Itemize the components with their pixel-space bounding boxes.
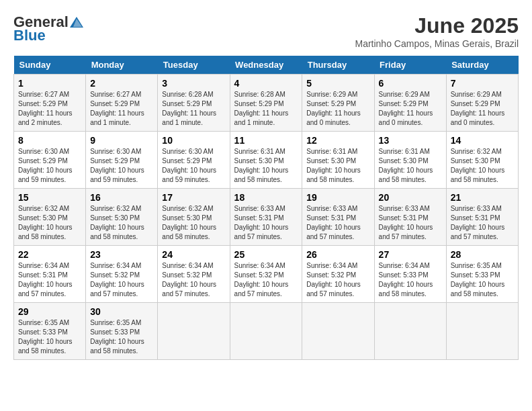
day-info: Sunrise: 6:35 AMSunset: 5:33 PMDaylight:… <box>451 261 514 299</box>
logo: General Blue <box>13 13 85 44</box>
day-info: Sunrise: 6:30 AMSunset: 5:29 PMDaylight:… <box>18 147 81 185</box>
calendar-week-row: 29Sunrise: 6:35 AMSunset: 5:33 PMDayligh… <box>14 303 519 360</box>
calendar-cell: 3Sunrise: 6:28 AMSunset: 5:29 PMDaylight… <box>158 75 230 132</box>
day-info: Sunrise: 6:33 AMSunset: 5:31 PMDaylight:… <box>451 204 514 242</box>
day-number: 21 <box>451 192 514 203</box>
day-info: Sunrise: 6:32 AMSunset: 5:30 PMDaylight:… <box>451 147 514 185</box>
day-info: Sunrise: 6:34 AMSunset: 5:31 PMDaylight:… <box>18 261 81 299</box>
day-info: Sunrise: 6:31 AMSunset: 5:30 PMDaylight:… <box>234 147 298 185</box>
month-title: June 2025 <box>355 13 519 38</box>
calendar-cell <box>302 303 374 360</box>
day-number: 1 <box>18 78 81 89</box>
day-info: Sunrise: 6:34 AMSunset: 5:32 PMDaylight:… <box>306 261 369 299</box>
calendar-week-row: 8Sunrise: 6:30 AMSunset: 5:29 PMDaylight… <box>14 132 519 189</box>
calendar-cell: 4Sunrise: 6:28 AMSunset: 5:29 PMDaylight… <box>230 75 302 132</box>
day-info: Sunrise: 6:32 AMSunset: 5:30 PMDaylight:… <box>90 204 153 242</box>
calendar-table: Sunday Monday Tuesday Wednesday Thursday… <box>13 56 519 360</box>
calendar-cell: 2Sunrise: 6:27 AMSunset: 5:29 PMDaylight… <box>86 75 158 132</box>
calendar-week-row: 1Sunrise: 6:27 AMSunset: 5:29 PMDaylight… <box>14 75 519 132</box>
day-number: 28 <box>451 249 514 260</box>
day-number: 3 <box>162 78 225 89</box>
header-tuesday: Tuesday <box>158 56 230 75</box>
calendar-cell: 27Sunrise: 6:34 AMSunset: 5:33 PMDayligh… <box>374 246 446 303</box>
day-info: Sunrise: 6:29 AMSunset: 5:29 PMDaylight:… <box>306 90 369 128</box>
day-info: Sunrise: 6:30 AMSunset: 5:29 PMDaylight:… <box>162 147 225 185</box>
logo-blue-text: Blue <box>13 27 46 44</box>
page-header: General Blue June 2025 Martinho Campos, … <box>13 13 519 49</box>
day-number: 30 <box>90 306 153 317</box>
day-info: Sunrise: 6:34 AMSunset: 5:33 PMDaylight:… <box>379 261 442 299</box>
header-monday: Monday <box>86 56 158 75</box>
calendar-cell: 10Sunrise: 6:30 AMSunset: 5:29 PMDayligh… <box>158 132 230 189</box>
calendar-cell: 26Sunrise: 6:34 AMSunset: 5:32 PMDayligh… <box>302 246 374 303</box>
day-number: 7 <box>451 78 514 89</box>
calendar-cell: 13Sunrise: 6:31 AMSunset: 5:30 PMDayligh… <box>374 132 446 189</box>
calendar-cell: 5Sunrise: 6:29 AMSunset: 5:29 PMDaylight… <box>302 75 374 132</box>
calendar-cell: 7Sunrise: 6:29 AMSunset: 5:29 PMDaylight… <box>446 75 518 132</box>
day-number: 8 <box>18 135 81 146</box>
day-info: Sunrise: 6:27 AMSunset: 5:29 PMDaylight:… <box>90 90 153 128</box>
day-info: Sunrise: 6:27 AMSunset: 5:29 PMDaylight:… <box>18 90 81 128</box>
calendar-week-row: 15Sunrise: 6:32 AMSunset: 5:30 PMDayligh… <box>14 189 519 246</box>
calendar-cell: 28Sunrise: 6:35 AMSunset: 5:33 PMDayligh… <box>446 246 518 303</box>
calendar-week-row: 22Sunrise: 6:34 AMSunset: 5:31 PMDayligh… <box>14 246 519 303</box>
calendar-cell <box>230 303 302 360</box>
day-number: 24 <box>162 249 225 260</box>
day-number: 26 <box>306 249 369 260</box>
calendar-cell: 30Sunrise: 6:35 AMSunset: 5:33 PMDayligh… <box>86 303 158 360</box>
day-info: Sunrise: 6:28 AMSunset: 5:29 PMDaylight:… <box>162 90 225 128</box>
location-title: Martinho Campos, Minas Gerais, Brazil <box>355 38 519 49</box>
calendar-cell: 12Sunrise: 6:31 AMSunset: 5:30 PMDayligh… <box>302 132 374 189</box>
day-info: Sunrise: 6:32 AMSunset: 5:30 PMDaylight:… <box>18 204 81 242</box>
calendar-cell <box>158 303 230 360</box>
day-info: Sunrise: 6:33 AMSunset: 5:31 PMDaylight:… <box>234 204 298 242</box>
day-info: Sunrise: 6:35 AMSunset: 5:33 PMDaylight:… <box>18 318 81 356</box>
day-info: Sunrise: 6:30 AMSunset: 5:29 PMDaylight:… <box>90 147 153 185</box>
day-info: Sunrise: 6:29 AMSunset: 5:29 PMDaylight:… <box>451 90 514 128</box>
calendar-cell: 20Sunrise: 6:33 AMSunset: 5:31 PMDayligh… <box>374 189 446 246</box>
day-info: Sunrise: 6:33 AMSunset: 5:31 PMDaylight:… <box>306 204 369 242</box>
calendar-cell: 18Sunrise: 6:33 AMSunset: 5:31 PMDayligh… <box>230 189 302 246</box>
calendar-cell: 8Sunrise: 6:30 AMSunset: 5:29 PMDaylight… <box>14 132 86 189</box>
header-friday: Friday <box>374 56 446 75</box>
day-info: Sunrise: 6:32 AMSunset: 5:30 PMDaylight:… <box>162 204 225 242</box>
calendar-cell: 24Sunrise: 6:34 AMSunset: 5:32 PMDayligh… <box>158 246 230 303</box>
calendar-cell: 19Sunrise: 6:33 AMSunset: 5:31 PMDayligh… <box>302 189 374 246</box>
day-number: 10 <box>162 135 225 146</box>
day-number: 20 <box>379 192 442 203</box>
calendar-cell: 25Sunrise: 6:34 AMSunset: 5:32 PMDayligh… <box>230 246 302 303</box>
calendar-cell: 17Sunrise: 6:32 AMSunset: 5:30 PMDayligh… <box>158 189 230 246</box>
day-info: Sunrise: 6:35 AMSunset: 5:33 PMDaylight:… <box>90 318 153 356</box>
day-number: 19 <box>306 192 369 203</box>
day-number: 14 <box>451 135 514 146</box>
day-info: Sunrise: 6:33 AMSunset: 5:31 PMDaylight:… <box>379 204 442 242</box>
calendar-cell: 22Sunrise: 6:34 AMSunset: 5:31 PMDayligh… <box>14 246 86 303</box>
day-number: 22 <box>18 249 81 260</box>
day-info: Sunrise: 6:31 AMSunset: 5:30 PMDaylight:… <box>379 147 442 185</box>
day-info: Sunrise: 6:34 AMSunset: 5:32 PMDaylight:… <box>162 261 225 299</box>
calendar-cell <box>446 303 518 360</box>
day-number: 2 <box>90 78 153 89</box>
day-info: Sunrise: 6:34 AMSunset: 5:32 PMDaylight:… <box>90 261 153 299</box>
header-wednesday: Wednesday <box>230 56 302 75</box>
day-info: Sunrise: 6:34 AMSunset: 5:32 PMDaylight:… <box>234 261 298 299</box>
day-number: 6 <box>379 78 442 89</box>
logo-icon <box>70 17 83 28</box>
header-saturday: Saturday <box>446 56 518 75</box>
calendar-cell: 23Sunrise: 6:34 AMSunset: 5:32 PMDayligh… <box>86 246 158 303</box>
day-info: Sunrise: 6:29 AMSunset: 5:29 PMDaylight:… <box>379 90 442 128</box>
day-number: 29 <box>18 306 81 317</box>
day-number: 15 <box>18 192 81 203</box>
header-thursday: Thursday <box>302 56 374 75</box>
calendar-cell: 16Sunrise: 6:32 AMSunset: 5:30 PMDayligh… <box>86 189 158 246</box>
header-sunday: Sunday <box>14 56 86 75</box>
day-number: 13 <box>379 135 442 146</box>
day-number: 16 <box>90 192 153 203</box>
day-number: 23 <box>90 249 153 260</box>
calendar-cell: 29Sunrise: 6:35 AMSunset: 5:33 PMDayligh… <box>14 303 86 360</box>
title-area: June 2025 Martinho Campos, Minas Gerais,… <box>355 13 519 49</box>
calendar-cell: 15Sunrise: 6:32 AMSunset: 5:30 PMDayligh… <box>14 189 86 246</box>
day-number: 18 <box>234 192 298 203</box>
day-number: 12 <box>306 135 369 146</box>
day-number: 5 <box>306 78 369 89</box>
